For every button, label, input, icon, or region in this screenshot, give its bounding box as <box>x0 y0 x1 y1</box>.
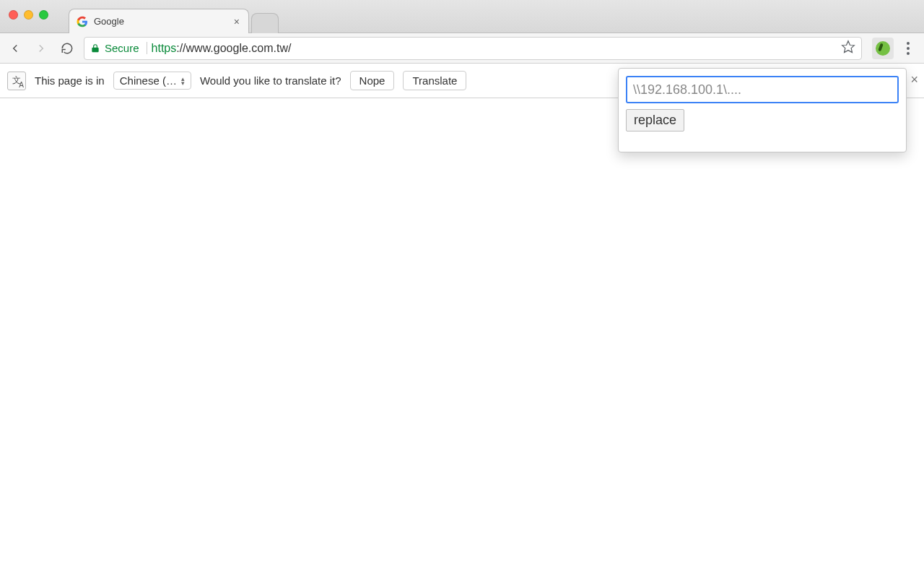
tab-title: Google <box>94 16 227 27</box>
browser-menu-button[interactable] <box>898 38 918 59</box>
browser-tab[interactable]: Google × <box>69 9 249 33</box>
extension-area <box>872 38 918 59</box>
window-controls <box>0 0 54 20</box>
url-scheme: https <box>152 42 177 54</box>
bookmark-star-icon[interactable] <box>841 40 855 57</box>
page-content <box>0 98 924 578</box>
address-bar[interactable]: Secure https://www.google.com.tw/ <box>84 37 862 60</box>
reload-button[interactable] <box>58 39 77 58</box>
translate-language-label: Chinese (… <box>120 74 177 87</box>
google-favicon-icon <box>77 16 88 27</box>
translate-close-icon[interactable]: × <box>910 72 918 87</box>
translate-prompt-prefix: This page is in <box>35 74 105 87</box>
extension-replace-button[interactable]: replace <box>626 109 684 131</box>
translate-translate-button[interactable]: Translate <box>403 71 466 90</box>
window-zoom-button[interactable] <box>39 10 48 20</box>
extension-path-input[interactable] <box>626 76 899 103</box>
extension-button[interactable] <box>872 38 894 59</box>
lock-icon <box>90 43 100 53</box>
tab-strip: Google × <box>69 0 278 33</box>
translate-prompt-suffix: Would you like to translate it? <box>200 74 341 87</box>
window-titlebar: Google × <box>0 0 924 33</box>
extension-popup: replace <box>618 68 907 152</box>
window-minimize-button[interactable] <box>24 10 33 20</box>
translate-language-select[interactable]: Chinese (… ▴▾ <box>113 72 191 90</box>
window-close-button[interactable] <box>9 10 18 20</box>
extension-icon <box>876 41 890 56</box>
select-updown-icon: ▴▾ <box>181 77 185 85</box>
translate-icon: 文A <box>7 72 26 90</box>
url-text: https://www.google.com.tw/ <box>152 42 837 55</box>
back-button[interactable] <box>6 39 25 58</box>
url-rest: ://www.google.com.tw/ <box>176 42 291 54</box>
forward-button[interactable] <box>32 39 51 58</box>
secure-label: Secure <box>105 42 139 54</box>
translate-nope-button[interactable]: Nope <box>350 71 395 90</box>
browser-toolbar: Secure https://www.google.com.tw/ <box>0 33 924 64</box>
tab-close-icon[interactable]: × <box>232 16 241 27</box>
security-indicator[interactable]: Secure <box>90 42 147 54</box>
svg-marker-0 <box>842 40 855 52</box>
new-tab-button[interactable] <box>251 13 279 33</box>
